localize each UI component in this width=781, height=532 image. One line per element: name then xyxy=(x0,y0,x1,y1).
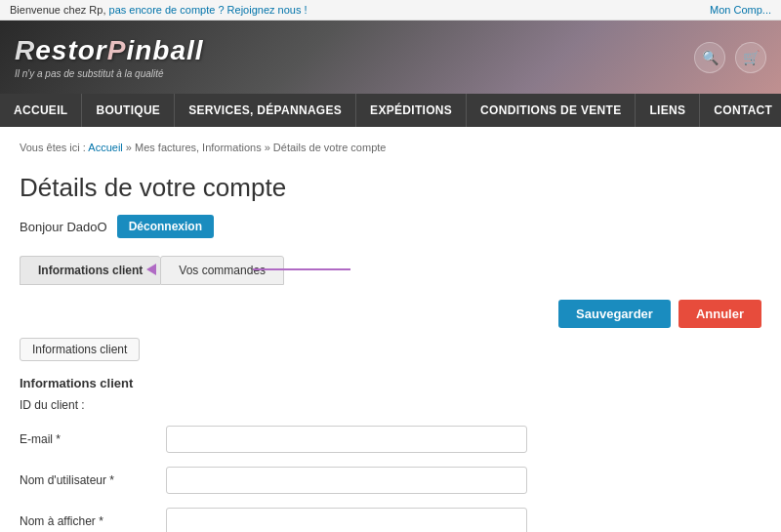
arrow-line xyxy=(253,268,350,270)
form-row-email: E-mail * xyxy=(20,426,761,453)
section-badge: Informations client xyxy=(20,338,761,376)
label-email: E-mail * xyxy=(20,432,156,446)
nav-item-conditions[interactable]: CONDITIONS DE VENTE xyxy=(467,94,636,127)
welcome-message: Bienvenue chez Rp, pas encore de compte … xyxy=(10,4,308,16)
page-title: Détails de votre compte xyxy=(20,173,761,203)
user-row: Bonjour DadoO Déconnexion xyxy=(20,215,761,238)
nav-item-accueil[interactable]: ACCUEIL xyxy=(0,94,82,127)
label-username: Nom d'utilisateur * xyxy=(20,473,156,487)
breadcrumb: Vous êtes ici : Accueil » Mes factures, … xyxy=(20,137,761,158)
logout-button[interactable]: Déconnexion xyxy=(117,215,214,238)
breadcrumb-home[interactable]: Accueil xyxy=(88,142,122,153)
email-field[interactable] xyxy=(166,426,527,453)
nav-item-liens[interactable]: LIENS xyxy=(636,94,700,127)
header: RestorPinball Il n'y a pas de substitut … xyxy=(0,20,781,94)
label-id: ID du client : xyxy=(20,398,156,412)
form-section-title: Informations client xyxy=(20,376,761,390)
main-content: Vous êtes ici : Accueil » Mes factures, … xyxy=(0,127,781,532)
tab-informations-client[interactable]: Informations client xyxy=(20,256,160,285)
cart-icon[interactable]: 🛒 xyxy=(735,42,766,73)
toolbar: Sauvegarder Annuler xyxy=(20,300,761,328)
search-icon[interactable]: 🔍 xyxy=(694,42,725,73)
arrow-indicator xyxy=(244,264,350,275)
form-section: Informations client ID du client : E-mai… xyxy=(20,376,761,532)
tabs-row: Informations client Vos commandes xyxy=(20,256,761,285)
form-row-username: Nom d'utilisateur * xyxy=(20,467,761,494)
register-link[interactable]: pas encore de compte ? Rejoignez nous ! xyxy=(109,4,308,16)
cancel-button[interactable]: Annuler xyxy=(678,300,761,328)
user-greeting: Bonjour DadoO xyxy=(20,220,107,234)
logo-tagline: Il n'y a pas de substitut à la qualité xyxy=(15,68,204,79)
header-icons: 🔍 🛒 xyxy=(694,42,766,73)
nav-item-contact[interactable]: CONTACT xyxy=(700,94,781,127)
save-button[interactable]: Sauvegarder xyxy=(558,300,671,328)
logo-text: RestorPinball xyxy=(15,35,204,66)
form-row-id: ID du client : xyxy=(20,398,761,412)
arrow-head-icon xyxy=(146,264,156,275)
account-link[interactable]: Mon Comp... xyxy=(710,4,771,16)
form-row-displayname: Nom à afficher * xyxy=(20,508,761,532)
nav-item-services[interactable]: SERVICES, DÉPANNAGES xyxy=(175,94,356,127)
displayname-field[interactable] xyxy=(166,508,527,532)
logo[interactable]: RestorPinball Il n'y a pas de substitut … xyxy=(15,35,204,79)
nav-item-expeditions[interactable]: EXPÉDITIONS xyxy=(356,94,467,127)
top-bar: Bienvenue chez Rp, pas encore de compte … xyxy=(0,0,781,20)
main-nav: ACCUEIL BOUTIQUE SERVICES, DÉPANNAGES EX… xyxy=(0,94,781,127)
label-displayname: Nom à afficher * xyxy=(20,514,156,528)
username-field[interactable] xyxy=(166,467,527,494)
nav-item-boutique[interactable]: BOUTIQUE xyxy=(82,94,175,127)
